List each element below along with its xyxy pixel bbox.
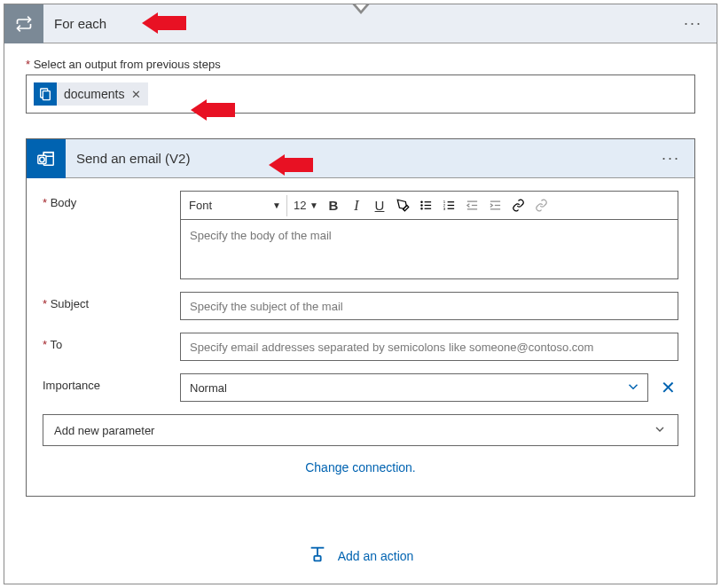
svg-point-8 bbox=[420, 205, 421, 206]
chevron-down-icon bbox=[625, 379, 641, 397]
link-button[interactable] bbox=[507, 195, 529, 216]
foreach-more-menu[interactable]: ··· bbox=[670, 14, 717, 33]
caret-down-icon: ▼ bbox=[272, 200, 281, 210]
svg-text:3: 3 bbox=[443, 207, 445, 211]
body-editor: Font ▼ 12 ▼ B I U bbox=[180, 191, 678, 279]
subject-label: Subject bbox=[43, 292, 180, 320]
send-email-header[interactable]: Send an email (V2) ··· bbox=[27, 139, 694, 178]
select-output-label: Select an output from previous steps bbox=[26, 58, 695, 71]
importance-clear-button[interactable]: ✕ bbox=[657, 373, 678, 398]
chevron-down-icon bbox=[653, 422, 667, 439]
add-action-icon bbox=[308, 545, 327, 567]
select-output-field[interactable]: documents ✕ bbox=[26, 74, 695, 114]
number-list-button[interactable]: 123 bbox=[438, 195, 459, 216]
loop-icon bbox=[4, 4, 43, 43]
add-parameter-dropdown[interactable]: Add new parameter bbox=[43, 414, 678, 446]
body-label: Body bbox=[43, 191, 180, 279]
svg-rect-1 bbox=[43, 91, 50, 100]
importance-select[interactable]: Normal bbox=[180, 373, 648, 402]
body-textarea[interactable]: Specify the body of the mail bbox=[180, 219, 678, 279]
token-remove-icon[interactable]: ✕ bbox=[131, 88, 141, 101]
outlook-icon bbox=[27, 139, 66, 178]
underline-button[interactable]: U bbox=[369, 195, 390, 216]
token-label: documents bbox=[64, 87, 124, 101]
fontsize-dropdown[interactable]: 12 ▼ bbox=[291, 195, 321, 216]
font-dropdown[interactable]: Font ▼ bbox=[186, 195, 287, 216]
token-documents[interactable]: documents ✕ bbox=[34, 82, 148, 106]
highlight-button[interactable] bbox=[392, 195, 413, 216]
to-input[interactable] bbox=[180, 333, 678, 361]
unlink-button[interactable] bbox=[530, 195, 552, 216]
add-action-button[interactable]: Add an action bbox=[26, 545, 695, 567]
outdent-button[interactable] bbox=[461, 195, 482, 216]
bullet-list-button[interactable] bbox=[415, 195, 436, 216]
foreach-title: For each bbox=[43, 16, 106, 31]
italic-button[interactable]: I bbox=[346, 195, 367, 216]
svg-point-10 bbox=[420, 208, 421, 209]
importance-label: Importance bbox=[43, 373, 180, 402]
caret-down-icon: ▼ bbox=[310, 200, 318, 210]
send-email-card: Send an email (V2) ··· Body Font ▼ bbox=[26, 138, 695, 497]
change-connection-link[interactable]: Change connection. bbox=[305, 460, 416, 474]
indent-button[interactable] bbox=[484, 195, 505, 216]
flow-arrow-down-icon bbox=[349, 4, 372, 14]
send-email-title: Send an email (V2) bbox=[66, 151, 190, 166]
rte-toolbar: Font ▼ 12 ▼ B I U bbox=[180, 191, 678, 219]
bold-button[interactable]: B bbox=[323, 195, 344, 216]
svg-point-6 bbox=[420, 201, 421, 202]
to-label: To bbox=[43, 333, 180, 361]
subject-input[interactable] bbox=[180, 292, 678, 320]
send-email-more-menu[interactable]: ··· bbox=[647, 149, 694, 168]
dynamic-content-icon bbox=[34, 82, 57, 106]
svg-rect-26 bbox=[314, 556, 320, 561]
